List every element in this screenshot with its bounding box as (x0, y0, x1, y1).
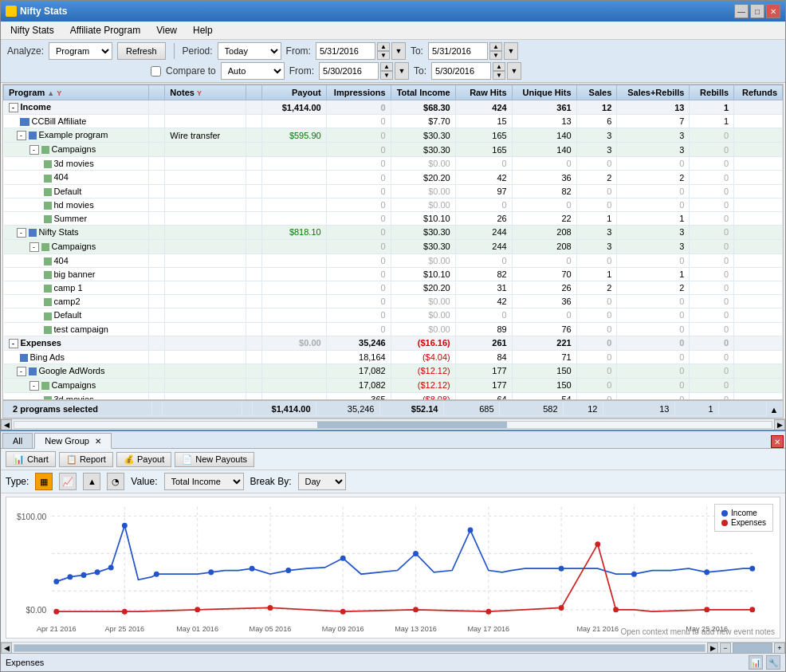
chart-type-line[interactable]: 📈 (59, 473, 77, 490)
expand-icon[interactable]: - (9, 103, 18, 112)
chart-type-pie[interactable]: ◔ (107, 473, 124, 490)
to-date-input[interactable] (428, 42, 488, 60)
table-row[interactable]: -Income $1,414.00 0 $68.30 424 361 12 13… (4, 100, 783, 115)
compare-select[interactable]: Auto (221, 62, 285, 80)
table-row[interactable]: -Google AdWords 17,082($12.12)177150000 (4, 364, 783, 378)
col-program[interactable]: Program ▲ Y (4, 85, 149, 100)
table-row[interactable]: camp2 0$0.004236000 (4, 295, 783, 308)
to-date-up[interactable]: ▲ (489, 42, 502, 51)
tab-close-icon[interactable]: ✕ (95, 437, 101, 446)
status-icon-1[interactable]: 📊 (749, 655, 763, 670)
table-row[interactable]: 404 0$0.0000000 (4, 254, 783, 268)
from-date-input[interactable] (316, 42, 375, 60)
chart-scroll-track[interactable] (14, 644, 705, 652)
menu-view[interactable]: View (150, 23, 183, 37)
report-button[interactable]: 📋 Report (59, 452, 113, 467)
expand-icon[interactable]: - (29, 242, 39, 252)
col-refunds[interactable]: Refunds (734, 85, 783, 100)
chart-button[interactable]: 📊 Chart (6, 451, 56, 467)
table-row[interactable]: big banner 0$10.108270110 (4, 268, 783, 281)
panel-close-button[interactable]: ✕ (771, 435, 784, 448)
new-payouts-button[interactable]: 📄 New Payouts (175, 452, 254, 467)
compare-to-input[interactable] (431, 62, 491, 80)
expand-icon[interactable]: - (29, 145, 39, 155)
analyze-select[interactable]: Program (49, 42, 112, 60)
col-payout[interactable]: Payout (261, 85, 326, 100)
break-select[interactable]: Day (298, 473, 346, 490)
col-impressions[interactable]: Impressions (326, 85, 391, 100)
tab-all[interactable]: All (2, 433, 33, 448)
col-raw-hits[interactable]: Raw Hits (455, 85, 512, 100)
table-row[interactable]: Default 0$0.0000000 (4, 308, 783, 322)
maximize-button[interactable]: □ (750, 4, 764, 18)
table-row[interactable]: hd movies 0$0.0000000 (4, 198, 783, 211)
menu-niftystats[interactable]: Nifty Stats (4, 23, 61, 37)
compare-to-dropdown[interactable]: ▼ (507, 62, 521, 80)
expand-icon[interactable]: - (9, 339, 18, 348)
scroll-right-button[interactable]: ▶ (774, 419, 785, 430)
compare-to-down[interactable]: ▼ (493, 71, 505, 80)
compare-from-dropdown[interactable]: ▼ (395, 62, 409, 80)
table-row[interactable]: -Nifty Stats $818.10 0$30.30244208330 (4, 225, 783, 239)
table-row[interactable]: Default 0$0.009782000 (4, 184, 783, 198)
minimize-button[interactable]: — (734, 4, 749, 18)
table-row[interactable]: -Campaigns 0$30.30244208330 (4, 239, 783, 253)
col-sales[interactable]: Sales (576, 85, 617, 100)
col-rebills[interactable]: Rebills (690, 85, 734, 100)
chart-type-area[interactable]: ▲ (83, 473, 100, 490)
col-notes[interactable]: Notes Y (165, 85, 246, 100)
table-row[interactable]: Summer 0$10.102622110 (4, 211, 783, 225)
table-row[interactable]: 3d movies 0$0.0000000 (4, 157, 783, 171)
expand-icon[interactable]: - (17, 131, 26, 140)
grid-horizontal-scrollbar[interactable]: ◀ ▶ (1, 419, 785, 430)
menu-affiliate[interactable]: Affiliate Program (64, 23, 147, 37)
table-row[interactable]: CCBill Affiliate 0 $7.70 15 13 6 7 1 (4, 115, 783, 128)
compare-to-up[interactable]: ▲ (493, 62, 505, 71)
from-date-dropdown[interactable]: ▼ (391, 42, 406, 60)
compare-from-down[interactable]: ▼ (380, 71, 393, 80)
payout-button[interactable]: 💰 Payout (116, 452, 171, 467)
from-date-up[interactable]: ▲ (377, 42, 390, 51)
col-unique-hits[interactable]: Unique Hits (512, 85, 576, 100)
compare-from-up[interactable]: ▲ (380, 62, 393, 71)
table-row[interactable]: -Campaigns 0 $30.30 165 140 3 3 0 (4, 143, 783, 157)
refresh-button[interactable]: Refresh (117, 42, 166, 60)
table-row[interactable]: -Expenses $0.00 35,246($16.16)261221000 (4, 336, 783, 350)
menu-help[interactable]: Help (187, 23, 219, 37)
scrollbar-track[interactable] (14, 421, 772, 429)
expand-icon[interactable]: - (29, 381, 39, 391)
zoom-slider[interactable] (733, 643, 772, 654)
from-date-down[interactable]: ▼ (377, 51, 390, 60)
chart-scroll-left[interactable]: ◀ (1, 643, 12, 654)
chart-scroll-right[interactable]: ▶ (707, 643, 718, 654)
table-row[interactable]: camp 1 0$20.203126220 (4, 281, 783, 295)
expand-icon[interactable]: - (17, 228, 26, 238)
period-select[interactable]: Today (218, 42, 281, 60)
compare-checkbox[interactable] (151, 66, 161, 77)
chart-type-bar[interactable]: ▦ (35, 473, 53, 490)
col-total-income[interactable]: Total Income (391, 85, 455, 100)
cell-payout (261, 115, 326, 128)
zoom-in-button[interactable]: + (774, 643, 785, 654)
table-row[interactable]: 404 0$20.204236220 (4, 171, 783, 184)
tab-new-group[interactable]: New Group ✕ (34, 433, 112, 449)
value-select[interactable]: Total Income (164, 473, 244, 490)
status-icon-2[interactable]: 🔧 (766, 655, 780, 670)
col-sales-rebills[interactable]: Sales+Rebills (617, 85, 690, 100)
zoom-out-button[interactable]: − (720, 643, 731, 654)
grid-scroll-area[interactable]: Program ▲ Y Notes Y Payout Impressions T… (2, 84, 784, 400)
table-row[interactable]: 3d movies 365($8.08)6454000 (4, 392, 783, 400)
tabs-row: All New Group ✕ ✕ (1, 431, 785, 449)
compare-from-input[interactable] (319, 62, 379, 80)
close-button[interactable]: ✕ (766, 4, 780, 18)
table-row[interactable]: Bing Ads 18,164($4.04)8471000 (4, 350, 783, 364)
table-row[interactable]: -Campaigns 17,082($12.12)177150000 (4, 378, 783, 392)
expand-icon[interactable]: - (17, 367, 26, 376)
table-row[interactable]: -Example program Wire transfer $595.90 0… (4, 128, 783, 143)
svg-text:Apr 21 2016: Apr 21 2016 (37, 625, 77, 633)
scroll-left-button[interactable]: ◀ (1, 419, 12, 430)
table-row[interactable]: test campaign 0$0.008976000 (4, 322, 783, 336)
to-date-down[interactable]: ▼ (489, 51, 502, 60)
sort-arrow-up[interactable]: ▲ (770, 405, 779, 415)
to-date-dropdown[interactable]: ▼ (504, 42, 518, 60)
